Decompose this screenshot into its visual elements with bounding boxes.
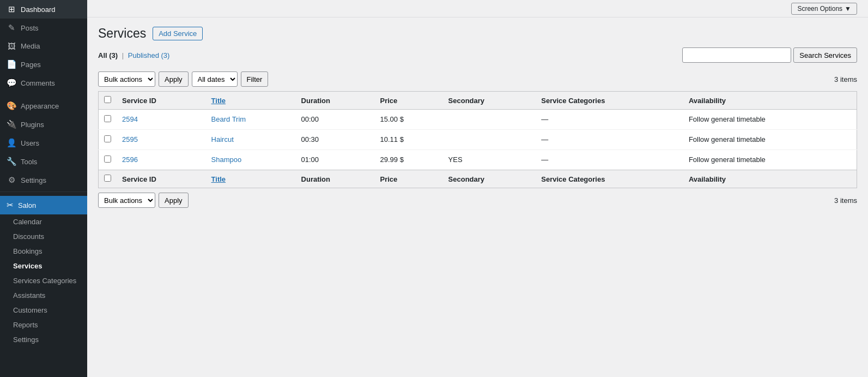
sidebar-item-label: Media [21, 42, 40, 50]
bottom-toolbar: Bulk actions Delete Apply 3 items [98, 193, 857, 208]
plugins-icon: 🔌 [7, 119, 16, 129]
row-price: 10.11 $ [375, 130, 443, 150]
status-published-link[interactable]: Published (3) [128, 51, 170, 59]
sidebar-item-customers[interactable]: Customers [0, 303, 87, 318]
row-checkbox-1[interactable] [104, 135, 111, 142]
sidebar-item-users[interactable]: 👤 Users [0, 134, 87, 152]
dashboard-icon: ⊞ [7, 4, 16, 14]
row-checkbox-cell [99, 150, 117, 170]
select-all-footer-checkbox[interactable] [104, 175, 111, 182]
th-title-link[interactable]: Title [211, 97, 226, 105]
sidebar-item-label: Plugins [21, 121, 44, 129]
sidebar-item-salon-settings[interactable]: Settings [0, 332, 87, 347]
page-header: Services Add Service [98, 26, 857, 41]
main-content: Screen Options ▼ Services Add Service Al… [87, 0, 868, 377]
th-price: Price [375, 92, 443, 110]
pages-icon: 📄 [7, 59, 16, 69]
table-row: 2595 Haircut 00:30 10.11 $ — Follow gene… [99, 130, 857, 150]
row-service-categories: — [536, 110, 683, 130]
discounts-label: Discounts [13, 232, 44, 241]
row-checkbox-2[interactable] [104, 155, 111, 163]
users-icon: 👤 [7, 138, 16, 148]
status-links: All (3) | Published (3) [98, 51, 169, 59]
search-area: Search Services [682, 47, 857, 63]
calendar-label: Calendar [13, 218, 42, 226]
row-title: Shampoo [206, 150, 296, 170]
th-secondary: Secondary [443, 92, 536, 110]
row-availability: Follow general timetable [683, 150, 857, 170]
sidebar-item-posts[interactable]: ✎ Posts [0, 19, 87, 37]
sidebar-item-services-categories[interactable]: Services Categories [0, 273, 87, 288]
add-service-button[interactable]: Add Service [153, 27, 203, 40]
service-id-link-2[interactable]: 2596 [122, 155, 138, 164]
date-filter-select[interactable]: All dates [192, 71, 238, 87]
sidebar-item-reports[interactable]: Reports [0, 318, 87, 332]
row-price: 15.00 $ [375, 110, 443, 130]
sidebar-item-label: Users [21, 139, 39, 147]
th-availability: Availability [683, 92, 857, 110]
filter-button[interactable]: Filter [241, 71, 269, 87]
media-icon: 🖼 [7, 41, 16, 51]
sidebar-item-label: Tools [21, 158, 37, 166]
sidebar: ⊞ Dashboard ✎ Posts 🖼 Media 📄 Pages 💬 Co… [0, 0, 87, 377]
service-id-link-1[interactable]: 2595 [122, 135, 138, 143]
sidebar-item-dashboard[interactable]: ⊞ Dashboard [0, 0, 87, 19]
sidebar-item-media[interactable]: 🖼 Media [0, 37, 87, 55]
sidebar-salon-label: Salon [18, 201, 36, 210]
select-all-checkbox[interactable] [104, 96, 111, 103]
bulk-actions-select-bottom[interactable]: Bulk actions Delete [98, 193, 155, 208]
sidebar-item-salon[interactable]: ✂ Salon [0, 196, 87, 214]
service-title-link-2[interactable]: Shampoo [211, 155, 242, 164]
sidebar-item-tools[interactable]: 🔧 Tools [0, 152, 87, 171]
row-id: 2594 [117, 110, 206, 130]
th-service-id: Service ID [117, 92, 206, 110]
th-title-footer: Title [206, 170, 296, 188]
th-title-footer-link[interactable]: Title [211, 175, 226, 183]
sidebar-item-calendar[interactable]: Calendar [0, 214, 87, 229]
row-id: 2596 [117, 150, 206, 170]
row-duration: 00:30 [296, 130, 375, 150]
services-label: Services [13, 262, 43, 270]
service-id-link-0[interactable]: 2594 [122, 115, 138, 123]
sidebar-item-label: Dashboard [21, 5, 56, 14]
th-service-id-footer: Service ID [117, 170, 206, 188]
sidebar-item-bookings[interactable]: Bookings [0, 244, 87, 259]
sidebar-item-label: Pages [21, 61, 41, 69]
th-title: Title [206, 92, 296, 110]
row-secondary [443, 130, 536, 150]
search-services-button[interactable]: Search Services [793, 47, 857, 63]
service-title-link-1[interactable]: Haircut [211, 135, 234, 143]
apply-button-top[interactable]: Apply [159, 71, 189, 87]
row-checkbox-0[interactable] [104, 115, 111, 122]
search-input[interactable] [682, 47, 791, 63]
sidebar-item-comments[interactable]: 💬 Comments [0, 74, 87, 92]
sidebar-item-pages[interactable]: 📄 Pages [0, 55, 87, 74]
sidebar-item-services[interactable]: Services [0, 259, 87, 273]
items-count-top: 3 items [834, 75, 857, 83]
salon-settings-label: Settings [13, 336, 39, 344]
customers-label: Customers [13, 306, 47, 314]
sidebar-item-discounts[interactable]: Discounts [0, 229, 87, 244]
sidebar-item-appearance[interactable]: 🎨 Appearance [0, 97, 87, 115]
row-service-categories: — [536, 150, 683, 170]
row-availability: Follow general timetable [683, 130, 857, 150]
bulk-actions-select-top[interactable]: Bulk actions Delete [98, 71, 155, 87]
sidebar-item-assistants[interactable]: Assistants [0, 288, 87, 303]
th-duration-footer: Duration [296, 170, 375, 188]
row-id: 2595 [117, 130, 206, 150]
apply-button-bottom[interactable]: Apply [159, 193, 189, 208]
sidebar-item-label: Comments [21, 79, 55, 87]
top-filter-left: Bulk actions Delete Apply All dates Filt… [98, 71, 268, 87]
sidebar-item-label: Posts [21, 24, 39, 32]
select-all-footer [99, 170, 117, 188]
screen-options-button[interactable]: Screen Options ▼ [791, 3, 857, 15]
sidebar-item-settings[interactable]: ⚙ Settings [0, 171, 87, 189]
th-price-footer: Price [375, 170, 443, 188]
th-service-categories-footer: Service Categories [536, 170, 683, 188]
table-footer-row: Service ID Title Duration Price Secondar… [99, 170, 857, 188]
page-title: Services [98, 26, 146, 41]
service-title-link-0[interactable]: Beard Trim [211, 115, 246, 123]
services-categories-label: Services Categories [13, 277, 76, 285]
select-all-header [99, 92, 117, 110]
sidebar-item-plugins[interactable]: 🔌 Plugins [0, 115, 87, 134]
